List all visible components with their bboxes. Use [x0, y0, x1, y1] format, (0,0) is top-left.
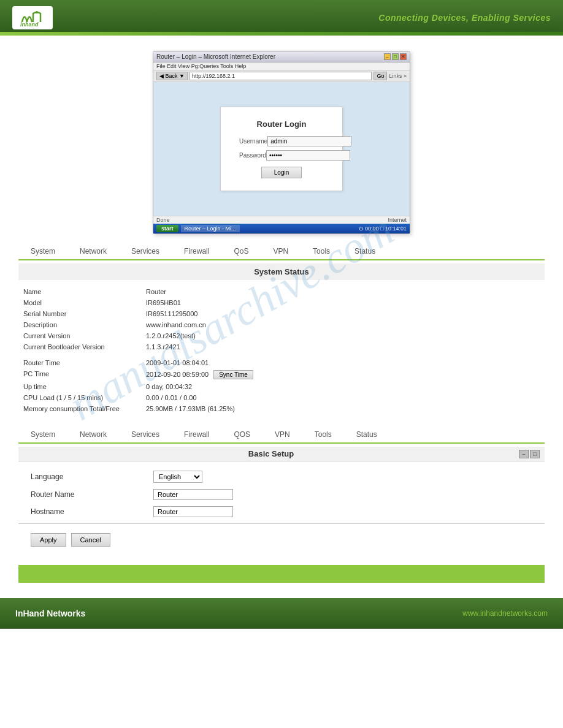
nav-services-2[interactable]: Services	[119, 427, 172, 442]
page-footer: InHand Networks www.inhandnetworks.com	[0, 598, 563, 629]
login-button-row: Login	[239, 167, 324, 178]
status-label-description: Description	[18, 319, 141, 330]
browser-body: Router Login Username Password Login	[153, 82, 410, 216]
status-label-serial: Serial Number	[18, 308, 141, 319]
status-value-description: www.inhand.com.cn	[141, 319, 545, 330]
nav-bar-2: System Network Services Firewall QOS VPN…	[18, 427, 545, 444]
table-row	[19, 566, 545, 583]
nav-network-2[interactable]: Network	[67, 427, 119, 442]
nav-services-1[interactable]: Services	[119, 243, 172, 259]
nav-system-1[interactable]: System	[18, 243, 67, 259]
router-name-label: Router Name	[31, 490, 153, 499]
browser-address-bar[interactable]	[190, 72, 372, 80]
status-value-memory: 25.90MB / 17.93MB (61.25%)	[141, 403, 545, 414]
router-name-row: Router Name	[18, 486, 545, 503]
browser-back-btn[interactable]: ◀ Back ▼	[156, 72, 188, 80]
table-row: Name Router	[18, 286, 545, 297]
basic-setup-section: Basic Setup – □ Language English Chinese…	[18, 447, 545, 553]
status-label-bootloader: Current Bootloader Version	[18, 341, 141, 352]
logo-area: inhand	[12, 6, 53, 29]
status-value-model: IR695HB01	[141, 297, 545, 308]
password-input[interactable]	[266, 150, 350, 161]
bottom-cell-1	[19, 566, 150, 583]
table-row: Model IR695HB01	[18, 297, 545, 308]
nav-firewall-1[interactable]: Firewall	[172, 243, 221, 259]
system-status-section: System Status manualsarchive.com Name Ro…	[18, 264, 545, 414]
status-value-serial: IR695111295000	[141, 308, 545, 319]
router-name-input[interactable]	[153, 489, 233, 500]
cancel-button[interactable]: Cancel	[71, 533, 110, 547]
browser-go-btn[interactable]: Go	[373, 72, 387, 80]
username-field: Username	[239, 136, 324, 146]
status-label-name: Name	[18, 286, 141, 297]
nav-status-2[interactable]: Status	[344, 427, 389, 442]
table-row: Current Bootloader Version 1.1.3.r2421	[18, 341, 545, 352]
nav-vpn-2[interactable]: VPN	[262, 427, 302, 442]
language-select[interactable]: English Chinese	[153, 471, 202, 483]
nav-qos-2[interactable]: QOS	[221, 427, 262, 442]
table-row-spacer	[18, 352, 545, 357]
table-row: Description www.inhand.com.cn	[18, 319, 545, 330]
nav-vpn-1[interactable]: VPN	[261, 243, 301, 259]
footer-brand: InHand Networks	[15, 609, 85, 618]
status-value-uptime: 0 day, 00:04:32	[141, 381, 545, 392]
hostname-control	[153, 506, 233, 517]
start-button[interactable]: start	[156, 225, 178, 232]
nav-tools-2[interactable]: Tools	[302, 427, 344, 442]
language-row: Language English Chinese	[18, 468, 545, 486]
hostname-input[interactable]	[153, 506, 233, 517]
basic-setup-header: Basic Setup – □	[18, 447, 545, 461]
inhand-logo-icon: inhand	[17, 9, 48, 27]
browser-statusbar: Done Internet	[153, 216, 410, 224]
browser-minimize-btn[interactable]: –	[384, 53, 391, 60]
status-label-uptime: Up time	[18, 381, 141, 392]
username-input[interactable]	[267, 136, 351, 146]
nav-status-1[interactable]: Status	[342, 243, 388, 259]
footer-url: www.inhandnetworks.com	[462, 609, 548, 618]
login-box: Router Login Username Password Login	[220, 107, 343, 191]
browser-controls: – □ ✕	[384, 53, 407, 60]
login-button[interactable]: Login	[261, 167, 302, 178]
browser-status-left: Done	[156, 217, 170, 223]
table-row: Current Version 1.2.0.r2452(test)	[18, 330, 545, 341]
status-value-cpu: 0.00 / 0.01 / 0.00	[141, 392, 545, 403]
svg-text:inhand: inhand	[20, 21, 39, 27]
status-label-version: Current Version	[18, 330, 141, 341]
table-row: Up time 0 day, 00:04:32	[18, 381, 545, 392]
status-label-cpu: CPU Load (1 / 5 / 15 mins)	[18, 392, 141, 403]
apply-button[interactable]: Apply	[31, 533, 66, 547]
form-buttons: Apply Cancel	[18, 527, 545, 553]
browser-maximize-btn[interactable]: □	[392, 53, 399, 60]
nav-firewall-2[interactable]: Firewall	[172, 427, 221, 442]
bottom-cell-4	[413, 566, 544, 583]
nav-network-1[interactable]: Network	[67, 243, 119, 259]
status-value-name: Router	[141, 286, 545, 297]
nav-tools-1[interactable]: Tools	[301, 243, 342, 259]
status-value-version: 1.2.0.r2452(test)	[141, 330, 545, 341]
table-row: CPU Load (1 / 5 / 15 mins) 0.00 / 0.01 /…	[18, 392, 545, 403]
browser-taskbar: start Router – Login - Mi... ⊙ 00:00 □ 1…	[153, 224, 410, 233]
taskbar-clock: ⊙ 00:00 □ 10:14:01	[359, 226, 407, 232]
bottom-cell-2	[150, 566, 282, 583]
status-label-memory: Memory consumption Total/Free	[18, 403, 141, 414]
status-label-model: Model	[18, 297, 141, 308]
watermark-area: manualsarchive.com Name Router Model IR6…	[18, 286, 545, 414]
nav-system-2[interactable]: System	[18, 427, 67, 442]
basic-setup-minimize-btn[interactable]: –	[519, 450, 529, 458]
taskbar-item[interactable]: Router – Login - Mi...	[181, 225, 240, 232]
browser-menubar: File Edit View Pg:Queries Tools Help	[153, 63, 410, 70]
browser-titlebar: Router – Login – Microsoft Internet Expl…	[153, 51, 410, 63]
sync-time-button[interactable]: Sync Time	[213, 370, 253, 379]
basic-setup-maximize-btn[interactable]: □	[530, 450, 540, 458]
bottom-table	[18, 565, 545, 583]
browser-status-right: Internet	[388, 217, 407, 223]
router-name-control	[153, 489, 233, 500]
browser-window: Router – Login – Microsoft Internet Expl…	[153, 51, 410, 234]
form-divider	[18, 523, 545, 524]
browser-close-btn[interactable]: ✕	[400, 53, 407, 60]
password-field: Password	[239, 150, 324, 161]
nav-qos-1[interactable]: QoS	[221, 243, 261, 259]
table-row: PC Time 2012-09-20 08:59:00 Sync Time	[18, 368, 545, 381]
page-header: inhand Connecting Devices, Enabling Serv…	[0, 0, 563, 36]
browser-title: Router – Login – Microsoft Internet Expl…	[156, 53, 275, 60]
